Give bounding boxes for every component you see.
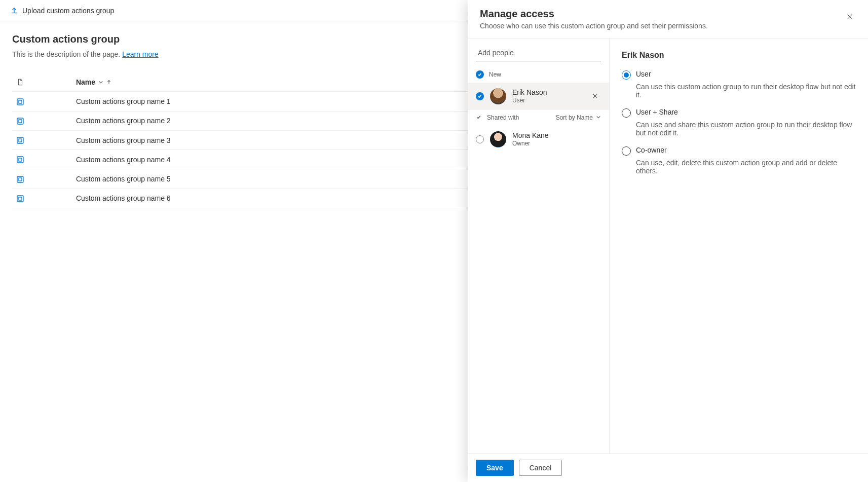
svg-rect-7: [19, 158, 22, 161]
row-name: Custom actions group name 4: [72, 150, 508, 169]
option-description: Can use, edit, delete this custom action…: [636, 159, 856, 175]
close-button[interactable]: [842, 9, 858, 25]
add-people-input[interactable]: [476, 45, 601, 61]
panel-title: Manage access: [480, 8, 856, 20]
svg-rect-10: [17, 196, 23, 202]
radio-unchecked-icon: [476, 135, 484, 143]
group-icon: [16, 156, 24, 164]
person-name: Mona Kane: [512, 131, 549, 140]
learn-more-link[interactable]: Learn more: [122, 50, 159, 58]
avatar: [490, 131, 506, 147]
svg-rect-9: [19, 178, 22, 181]
upload-button[interactable]: Upload custom actions group: [8, 4, 116, 18]
section-new: New: [468, 66, 609, 83]
row-name: Custom actions group name 2: [72, 111, 508, 130]
manage-access-panel: Manage access Choose who can use this cu…: [468, 0, 868, 482]
people-list: New Erik Nason User Shared with Sort: [468, 39, 610, 453]
row-name: Custom actions group name 3: [72, 130, 508, 150]
person-name: Erik Nason: [512, 88, 547, 97]
row-name: Custom actions group name 5: [72, 169, 508, 189]
svg-rect-11: [19, 197, 22, 200]
chevron-down-icon: [98, 78, 103, 86]
panel-header: Manage access Choose who can use this cu…: [468, 0, 868, 39]
radio-icon: [622, 108, 631, 118]
group-icon: [16, 175, 24, 183]
group-icon: [16, 98, 24, 106]
close-icon: [846, 13, 853, 22]
remove-person-button[interactable]: [589, 90, 601, 102]
row-name: Custom actions group name 1: [72, 92, 508, 111]
option-label: User + Share: [636, 108, 678, 116]
svg-rect-6: [17, 157, 23, 163]
permission-detail: Erik Nason User Can use this custom acti…: [610, 39, 868, 453]
option-label: Co-owner: [636, 146, 667, 154]
svg-rect-0: [17, 99, 23, 105]
svg-rect-5: [19, 139, 22, 142]
avatar: [490, 88, 506, 104]
check-badge-icon: [476, 92, 484, 100]
panel-subtitle: Choose who can use this custom action gr…: [480, 22, 856, 30]
group-icon: [16, 195, 24, 203]
row-name: Custom actions group name 6: [72, 189, 508, 208]
person-role: User: [512, 97, 547, 105]
checkmark-icon: [476, 114, 482, 122]
radio-icon: [622, 146, 631, 156]
group-icon: [16, 117, 24, 125]
permission-option[interactable]: User + Share: [622, 108, 856, 118]
upload-label: Upload custom actions group: [22, 7, 114, 15]
person-row[interactable]: Mona Kane Owner: [468, 126, 609, 153]
permission-option[interactable]: Co-owner: [622, 146, 856, 156]
save-button[interactable]: Save: [476, 460, 514, 476]
group-icon: [16, 136, 24, 144]
sort-dropdown[interactable]: Sort by Name: [556, 114, 601, 121]
check-badge-icon: [476, 70, 484, 79]
column-header-name[interactable]: Name: [76, 78, 504, 86]
upload-icon: [10, 7, 18, 15]
svg-rect-2: [17, 118, 23, 124]
radio-icon: [622, 70, 631, 80]
permission-option[interactable]: User: [622, 70, 856, 80]
option-description: Can use and share this custom action gro…: [636, 121, 856, 137]
svg-rect-4: [17, 137, 23, 143]
cancel-button[interactable]: Cancel: [519, 460, 562, 476]
section-shared: Shared with Sort by Name: [468, 110, 609, 126]
svg-rect-8: [17, 176, 23, 182]
detail-person-name: Erik Nason: [622, 51, 856, 60]
chevron-down-icon: [596, 114, 601, 121]
person-role: Owner: [512, 140, 549, 148]
option-description: Can use this custom action group to run …: [636, 83, 856, 99]
document-icon: [16, 78, 24, 86]
arrow-up-icon: [106, 78, 111, 86]
svg-rect-1: [19, 100, 22, 103]
person-row[interactable]: Erik Nason User: [468, 83, 609, 110]
svg-rect-3: [19, 120, 22, 123]
panel-footer: Save Cancel: [468, 453, 868, 482]
option-label: User: [636, 70, 651, 78]
